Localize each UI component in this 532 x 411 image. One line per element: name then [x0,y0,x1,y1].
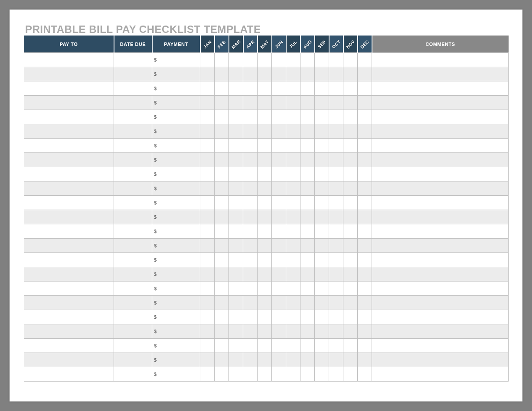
cell-month[interactable] [272,224,286,239]
cell-month[interactable] [215,310,229,324]
cell-month[interactable] [358,139,372,153]
cell-date-due[interactable] [114,353,152,367]
cell-month[interactable] [258,282,272,296]
cell-payment[interactable]: $ [152,210,200,224]
cell-month[interactable] [200,224,215,239]
cell-month[interactable] [272,196,286,210]
cell-month[interactable] [300,367,315,382]
cell-month[interactable] [358,167,372,181]
cell-date-due[interactable] [114,181,152,196]
cell-pay-to[interactable] [24,167,114,181]
cell-month[interactable] [300,153,315,167]
cell-date-due[interactable] [114,239,152,253]
cell-month[interactable] [329,339,343,353]
cell-payment[interactable]: $ [152,339,200,353]
cell-payment[interactable]: $ [152,353,200,367]
cell-pay-to[interactable] [24,81,114,96]
cell-month[interactable] [243,196,258,210]
cell-month[interactable] [286,353,300,367]
cell-month[interactable] [215,282,229,296]
cell-month[interactable] [358,239,372,253]
cell-date-due[interactable] [114,310,152,324]
cell-month[interactable] [358,339,372,353]
cell-month[interactable] [243,282,258,296]
cell-payment[interactable]: $ [152,53,200,67]
cell-month[interactable] [200,253,215,267]
cell-month[interactable] [300,324,315,339]
cell-month[interactable] [272,296,286,310]
cell-month[interactable] [258,239,272,253]
cell-month[interactable] [229,139,243,153]
cell-month[interactable] [272,167,286,181]
cell-month[interactable] [315,339,329,353]
cell-month[interactable] [229,167,243,181]
cell-month[interactable] [286,210,300,224]
cell-month[interactable] [215,210,229,224]
cell-pay-to[interactable] [24,124,114,139]
cell-month[interactable] [215,67,229,81]
cell-month[interactable] [329,153,343,167]
cell-payment[interactable]: $ [152,196,200,210]
cell-month[interactable] [258,167,272,181]
cell-month[interactable] [215,239,229,253]
cell-month[interactable] [243,224,258,239]
cell-month[interactable] [329,253,343,267]
cell-comments[interactable] [372,367,509,382]
cell-month[interactable] [243,339,258,353]
cell-comments[interactable] [372,139,509,153]
cell-month[interactable] [300,282,315,296]
cell-month[interactable] [258,324,272,339]
cell-month[interactable] [300,81,315,96]
cell-comments[interactable] [372,339,509,353]
cell-month[interactable] [229,181,243,196]
cell-month[interactable] [358,253,372,267]
cell-month[interactable] [200,210,215,224]
cell-month[interactable] [358,196,372,210]
cell-month[interactable] [358,110,372,124]
cell-pay-to[interactable] [24,239,114,253]
cell-month[interactable] [243,353,258,367]
cell-month[interactable] [329,167,343,181]
cell-comments[interactable] [372,196,509,210]
cell-month[interactable] [358,96,372,110]
cell-month[interactable] [300,124,315,139]
cell-month[interactable] [200,353,215,367]
cell-month[interactable] [229,324,243,339]
cell-month[interactable] [286,224,300,239]
cell-month[interactable] [315,324,329,339]
cell-month[interactable] [229,339,243,353]
cell-pay-to[interactable] [24,353,114,367]
cell-month[interactable] [200,282,215,296]
cell-month[interactable] [243,310,258,324]
cell-month[interactable] [272,210,286,224]
cell-month[interactable] [229,81,243,96]
cell-comments[interactable] [372,124,509,139]
cell-month[interactable] [286,110,300,124]
cell-month[interactable] [358,224,372,239]
cell-month[interactable] [243,324,258,339]
cell-comments[interactable] [372,324,509,339]
cell-month[interactable] [243,153,258,167]
cell-month[interactable] [229,124,243,139]
cell-month[interactable] [258,310,272,324]
cell-month[interactable] [229,353,243,367]
cell-date-due[interactable] [114,324,152,339]
cell-comments[interactable] [372,224,509,239]
cell-month[interactable] [215,196,229,210]
cell-month[interactable] [329,67,343,81]
cell-month[interactable] [343,353,358,367]
cell-month[interactable] [258,153,272,167]
cell-month[interactable] [300,353,315,367]
cell-pay-to[interactable] [24,139,114,153]
cell-month[interactable] [215,253,229,267]
cell-month[interactable] [286,282,300,296]
cell-month[interactable] [343,110,358,124]
cell-month[interactable] [229,210,243,224]
cell-month[interactable] [272,96,286,110]
cell-month[interactable] [286,253,300,267]
cell-month[interactable] [358,267,372,282]
cell-payment[interactable]: $ [152,282,200,296]
cell-month[interactable] [243,253,258,267]
cell-payment[interactable]: $ [152,181,200,196]
cell-month[interactable] [272,67,286,81]
